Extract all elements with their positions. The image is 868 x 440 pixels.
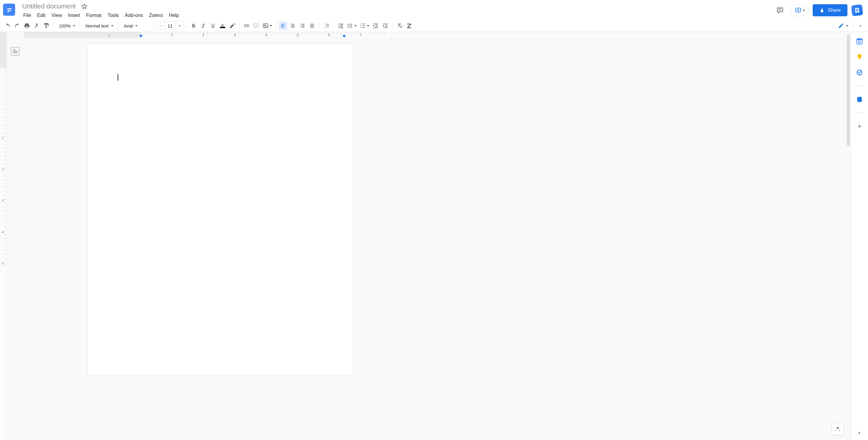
toolbar-separator <box>53 22 54 29</box>
undo-icon[interactable] <box>3 21 12 30</box>
paragraph-style-dropdown[interactable]: Normal text <box>82 21 116 30</box>
toolbar-right <box>831 21 865 30</box>
align-justify-icon[interactable] <box>308 21 317 30</box>
document-page[interactable] <box>87 43 353 376</box>
document-canvas[interactable]: 11234567 <box>24 32 850 440</box>
clear-formatting-icon[interactable] <box>395 21 404 30</box>
present-button[interactable] <box>790 4 808 16</box>
menu-bar: File Edit View Insert Format Tools Add-o… <box>21 11 863 19</box>
vertical-ruler[interactable]: 12345 <box>0 32 7 440</box>
title-column: Untitled document File Edit View Insert … <box>21 2 863 19</box>
account-avatar[interactable] <box>851 4 863 16</box>
font-family-dropdown[interactable]: Arial <box>121 21 151 30</box>
font-size-group: − + <box>156 22 184 30</box>
text-color-swatch <box>220 27 225 28</box>
toolbar-container: 100% Normal text Arial − + <box>0 19 868 32</box>
redo-icon[interactable] <box>13 21 22 30</box>
svg-point-15 <box>348 25 349 26</box>
get-addons-icon[interactable] <box>856 123 863 130</box>
toolbar-separator <box>333 22 334 29</box>
svg-rect-1 <box>7 10 11 10</box>
toolbar-separator <box>153 22 154 29</box>
font-size-input[interactable] <box>164 22 176 30</box>
chevron-down-icon <box>135 25 137 27</box>
toolbar-separator <box>392 22 393 29</box>
highlight-color-icon[interactable] <box>228 21 237 30</box>
menu-format[interactable]: Format <box>84 11 104 19</box>
underline-icon[interactable] <box>208 21 217 30</box>
share-label: Share <box>828 7 841 13</box>
toolbar-separator <box>853 22 854 29</box>
spellcheck-icon[interactable] <box>32 21 41 30</box>
keep-icon[interactable] <box>856 53 863 61</box>
svg-rect-27 <box>857 39 862 40</box>
menu-insert[interactable]: Insert <box>65 11 83 19</box>
chevron-down-icon <box>803 10 805 11</box>
numbered-list-icon[interactable]: 123 <box>359 21 371 30</box>
insert-link-icon[interactable] <box>242 21 251 30</box>
svg-rect-24 <box>362 25 365 26</box>
zoom-dropdown[interactable]: 100% <box>56 21 77 30</box>
editing-mode-dropdown[interactable] <box>836 21 851 30</box>
menu-edit[interactable]: Edit <box>34 11 49 19</box>
chevron-down-icon <box>354 25 356 27</box>
menu-zotero[interactable]: Zotero <box>146 11 165 19</box>
svg-rect-2 <box>7 11 10 12</box>
calendar-day-label: 31 <box>858 40 861 44</box>
font-size-increase-button[interactable]: + <box>176 22 184 30</box>
bulleted-list-icon[interactable] <box>346 21 358 30</box>
share-button[interactable]: Share <box>813 4 847 16</box>
toolbar-separator <box>319 22 319 29</box>
menu-addons[interactable]: Add-ons <box>122 11 146 19</box>
align-center-icon[interactable] <box>288 21 297 30</box>
text-cursor <box>118 74 118 81</box>
collapse-toolbar-icon[interactable] <box>856 21 865 30</box>
svg-rect-18 <box>350 25 352 26</box>
menu-help[interactable]: Help <box>166 11 182 19</box>
indent-increase-icon[interactable] <box>381 21 390 30</box>
checklist-icon[interactable] <box>336 21 345 30</box>
toolbar: 100% Normal text Arial − + <box>0 20 868 32</box>
star-icon[interactable] <box>81 3 88 10</box>
horizontal-ruler[interactable]: 11234567 <box>24 32 850 38</box>
paint-format-icon[interactable] <box>42 21 51 30</box>
tasks-icon[interactable] <box>856 69 863 76</box>
insert-comment-icon[interactable] <box>252 21 261 30</box>
chevron-down-icon <box>846 25 848 27</box>
zotero-toolbar-icon[interactable] <box>405 21 414 30</box>
align-left-icon[interactable] <box>279 21 288 30</box>
print-icon[interactable] <box>22 21 31 30</box>
calendar-icon[interactable]: 31 <box>856 37 863 45</box>
contacts-icon[interactable] <box>856 96 863 103</box>
insert-image-icon[interactable] <box>261 21 273 30</box>
document-title-input[interactable]: Untitled document <box>21 2 77 10</box>
svg-rect-0 <box>7 8 11 9</box>
menu-file[interactable]: File <box>21 11 34 19</box>
app-header: Untitled document File Edit View Insert … <box>0 0 868 19</box>
line-spacing-icon[interactable] <box>322 21 331 30</box>
chevron-down-icon <box>270 25 272 27</box>
right-indent-marker[interactable] <box>342 35 346 37</box>
header-actions: Share <box>774 4 863 16</box>
comment-history-icon[interactable] <box>774 4 786 16</box>
italic-icon[interactable] <box>199 21 208 30</box>
menu-view[interactable]: View <box>49 11 64 19</box>
svg-rect-17 <box>350 24 352 25</box>
indent-decrease-icon[interactable] <box>371 21 380 30</box>
hide-side-panel-icon[interactable] <box>855 429 864 437</box>
menu-tools[interactable]: Tools <box>105 11 121 19</box>
svg-text:3: 3 <box>360 27 361 28</box>
vertical-scrollbar[interactable] <box>847 34 850 146</box>
svg-rect-25 <box>362 27 365 28</box>
svg-point-14 <box>348 24 349 25</box>
toolbar-separator <box>833 22 833 29</box>
bold-icon[interactable] <box>189 21 198 30</box>
explore-button[interactable] <box>832 423 844 435</box>
paragraph-style-value: Normal text <box>85 23 108 28</box>
docs-logo[interactable] <box>3 4 15 16</box>
text-color-icon[interactable] <box>218 21 227 30</box>
align-right-icon[interactable] <box>298 21 307 30</box>
left-indent-marker[interactable] <box>139 35 143 37</box>
font-size-decrease-button[interactable]: − <box>156 22 164 30</box>
document-outline-icon[interactable] <box>11 47 19 56</box>
